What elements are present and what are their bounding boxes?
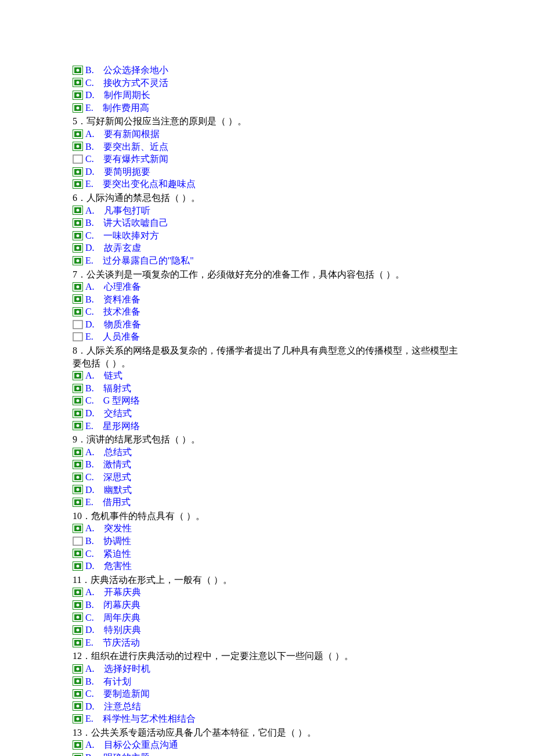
option-letter: C.: [85, 153, 94, 165]
question-stem: 危机事件的特点具有（ ）。: [91, 511, 205, 521]
checkbox-checked-icon[interactable]: [73, 179, 83, 189]
option-row: C.周年庆典: [73, 611, 461, 624]
question-text: 10．危机事件的特点具有（ ）。: [73, 510, 461, 523]
svg-rect-18: [73, 155, 82, 163]
checkbox-checked-icon[interactable]: [73, 256, 83, 265]
checkbox-checked-icon[interactable]: [73, 78, 83, 87]
checkbox-checked-icon[interactable]: [73, 664, 83, 674]
option-text: 要有新闻根据: [104, 128, 160, 141]
checkbox-checked-icon[interactable]: [73, 498, 83, 507]
checkbox-checked-icon[interactable]: [73, 282, 83, 291]
checkbox-unchecked-icon[interactable]: [73, 537, 83, 546]
checkbox-checked-icon[interactable]: [73, 625, 83, 635]
checkbox-checked-icon[interactable]: [73, 524, 83, 533]
question-text: 12．组织在进行庆典活动的过程中，一定要注意以下一些问题（ ）。: [73, 650, 461, 663]
svg-point-62: [77, 412, 80, 415]
checkbox-checked-icon[interactable]: [73, 91, 83, 100]
option-letter: D.: [85, 484, 95, 496]
option-row: D.幽默式: [73, 484, 461, 496]
svg-point-14: [77, 132, 80, 135]
checkbox-checked-icon[interactable]: [73, 753, 83, 756]
checkbox-checked-icon[interactable]: [73, 384, 83, 393]
svg-point-111: [77, 680, 80, 683]
svg-point-21: [77, 170, 80, 173]
option-text: 星形网络: [103, 420, 140, 433]
checkbox-checked-icon[interactable]: [73, 638, 83, 647]
checkbox-checked-icon[interactable]: [73, 218, 83, 228]
option-row: B.辐射式: [73, 382, 461, 395]
option-text: 技术准备: [103, 305, 140, 318]
checkbox-checked-icon[interactable]: [73, 307, 83, 316]
checkbox-checked-icon[interactable]: [73, 588, 83, 597]
checkbox-unchecked-icon[interactable]: [73, 154, 83, 164]
svg-point-8: [77, 93, 80, 96]
checkbox-checked-icon[interactable]: [73, 103, 83, 113]
option-text: 目标公众重点沟通: [104, 739, 178, 751]
option-row: D.特别庆典: [73, 624, 461, 636]
checkbox-checked-icon[interactable]: [73, 421, 83, 430]
checkbox-checked-icon[interactable]: [73, 167, 83, 177]
question-text: 9．演讲的结尾形式包括（ ）。: [73, 433, 461, 446]
svg-point-114: [77, 692, 80, 695]
checkbox-checked-icon[interactable]: [73, 409, 83, 418]
option-letter: D.: [85, 624, 95, 636]
checkbox-checked-icon[interactable]: [73, 701, 83, 711]
option-text: 周年庆典: [103, 611, 140, 624]
option-text: 突发性: [104, 522, 132, 535]
checkbox-checked-icon[interactable]: [73, 460, 83, 469]
question-stem: 公关谈判是一项复杂的工作，必须做好充分的准备工作，具体内容包括（ ）。: [86, 269, 405, 279]
checkbox-checked-icon[interactable]: [73, 676, 83, 686]
checkbox-checked-icon[interactable]: [73, 448, 83, 457]
checkbox-checked-icon[interactable]: [73, 600, 83, 610]
option-row: E.星形网络: [73, 420, 461, 433]
checkbox-checked-icon[interactable]: [73, 485, 83, 494]
option-letter: A.: [85, 663, 95, 675]
option-row: A.目标公众重点沟通: [73, 739, 461, 751]
checkbox-checked-icon[interactable]: [73, 689, 83, 699]
option-letter: B.: [85, 458, 94, 471]
option-text: 紧迫性: [103, 548, 131, 560]
option-text: 凡事包打听: [104, 204, 150, 217]
checkbox-checked-icon[interactable]: [73, 66, 83, 75]
option-text: 一味吹捧对方: [103, 229, 159, 242]
checkbox-checked-icon[interactable]: [73, 206, 83, 215]
option-row: C.一味吹捧对方: [73, 229, 461, 242]
checkbox-checked-icon[interactable]: [73, 371, 83, 380]
svg-point-11: [77, 106, 80, 109]
question-text: 13．公共关系专题活动应具备几个基本特征，它们是（ ）。: [73, 726, 461, 739]
svg-rect-50: [73, 333, 82, 341]
option-letter: D.: [85, 560, 95, 573]
checkbox-checked-icon[interactable]: [73, 549, 83, 558]
option-row: A.链式: [73, 369, 461, 382]
option-letter: B.: [85, 64, 94, 77]
question-number: 11．: [73, 575, 91, 585]
checkbox-checked-icon[interactable]: [73, 231, 83, 240]
option-row: B.资料准备: [73, 293, 461, 306]
checkbox-checked-icon[interactable]: [73, 714, 83, 723]
option-letter: C.: [85, 229, 94, 242]
checkbox-unchecked-icon[interactable]: [73, 320, 83, 329]
checkbox-checked-icon[interactable]: [73, 294, 83, 304]
option-row: E.借用式: [73, 496, 461, 509]
checkbox-checked-icon[interactable]: [73, 396, 83, 405]
option-text: 制作周期长: [104, 89, 150, 102]
checkbox-checked-icon[interactable]: [73, 243, 83, 253]
question-number: 10．: [73, 511, 91, 521]
option-letter: D.: [85, 407, 95, 420]
option-letter: A.: [85, 128, 95, 141]
option-row: A.选择好时机: [73, 663, 461, 675]
question-text: 11．庆典活动在形式上，一般有（ ）。: [73, 574, 461, 586]
option-letter: A.: [85, 369, 95, 382]
option-row: E.过分暴露自己的"隐私": [73, 254, 461, 267]
checkbox-checked-icon[interactable]: [73, 561, 83, 571]
checkbox-checked-icon[interactable]: [73, 613, 83, 622]
checkbox-checked-icon[interactable]: [73, 473, 83, 482]
checkbox-checked-icon[interactable]: [73, 740, 83, 750]
checkbox-unchecked-icon[interactable]: [73, 332, 83, 341]
svg-point-117: [77, 705, 80, 708]
checkbox-checked-icon[interactable]: [73, 129, 83, 139]
option-row: C.紧迫性: [73, 548, 461, 560]
checkbox-checked-icon[interactable]: [73, 142, 83, 151]
option-row: C.要有爆炸式新闻: [73, 153, 461, 165]
option-text: 要简明扼要: [104, 165, 150, 178]
